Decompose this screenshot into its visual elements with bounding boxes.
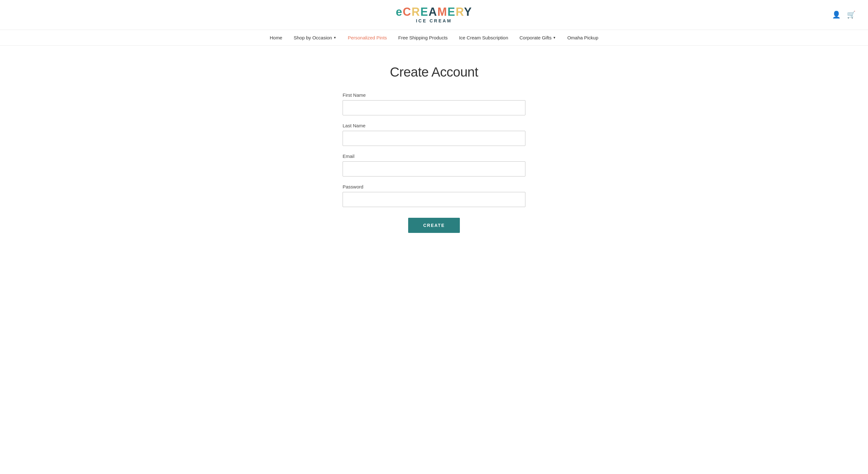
nav-item-subscription[interactable]: Ice Cream Subscription [459,35,508,40]
page-title: Create Account [390,65,478,80]
email-label: Email [343,154,525,159]
create-button[interactable]: CREATE [408,218,460,233]
first-name-input[interactable] [343,100,525,115]
logo-subtitle: ICE CREAM [396,18,472,23]
site-logo[interactable]: eCREAMERY ICE CREAM [396,6,472,23]
first-name-label: First Name [343,92,525,98]
last-name-label: Last Name [343,123,525,128]
main-content: Create Account First Name Last Name Emai… [0,46,868,258]
password-group: Password [343,184,525,207]
main-nav: Home Shop by Occasion ▼ Personalized Pin… [0,30,868,46]
first-name-group: First Name [343,92,525,115]
nav-item-shop-by-occasion[interactable]: Shop by Occasion ▼ [294,35,337,40]
last-name-group: Last Name [343,123,525,146]
logo-brand: eCREAMERY [396,6,472,18]
nav-item-corporate-gifts[interactable]: Corporate Gifts ▼ [519,35,556,40]
nav-label-personalized-pints: Personalized Pints [348,35,387,40]
nav-label-home: Home [270,35,282,40]
password-label: Password [343,184,525,189]
nav-item-home[interactable]: Home [270,35,282,40]
nav-item-free-shipping[interactable]: Free Shipping Products [398,35,448,40]
email-group: Email [343,154,525,177]
chevron-down-icon-2: ▼ [553,36,556,39]
email-input[interactable] [343,161,525,177]
nav-label-subscription: Ice Cream Subscription [459,35,508,40]
last-name-input[interactable] [343,131,525,146]
account-icon[interactable]: 👤 [832,11,841,19]
nav-label-shop-by-occasion: Shop by Occasion [294,35,332,40]
nav-label-omaha-pickup: Omaha Pickup [567,35,598,40]
nav-item-omaha-pickup[interactable]: Omaha Pickup [567,35,598,40]
password-input[interactable] [343,192,525,207]
cart-icon[interactable]: 🛒 [847,11,856,19]
nav-item-personalized-pints[interactable]: Personalized Pints [348,35,387,40]
nav-label-free-shipping: Free Shipping Products [398,35,448,40]
chevron-down-icon: ▼ [333,36,336,39]
header-icons: 👤 🛒 [832,11,856,19]
nav-label-corporate-gifts: Corporate Gifts [519,35,552,40]
create-account-form: First Name Last Name Email Password CREA… [343,92,525,233]
site-header: eCREAMERY ICE CREAM 👤 🛒 [0,0,868,30]
